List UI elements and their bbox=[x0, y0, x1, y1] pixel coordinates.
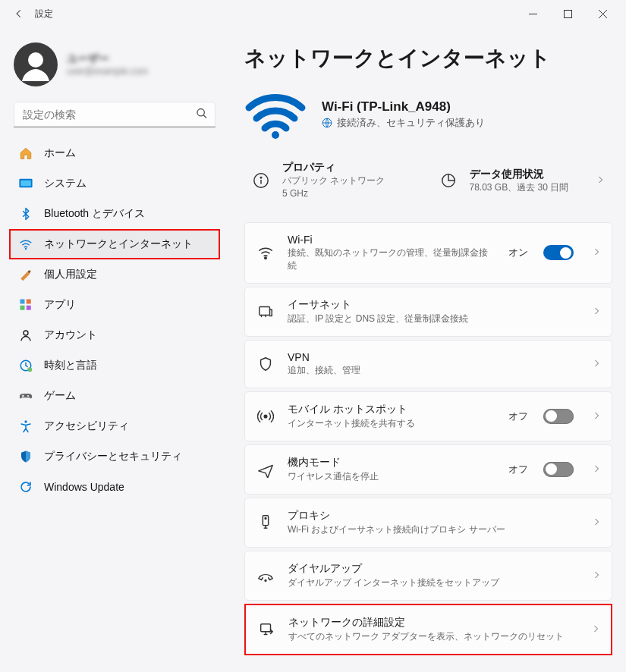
svg-rect-6 bbox=[20, 300, 25, 304]
sidebar-item-apps[interactable]: アプリ bbox=[9, 290, 220, 320]
sidebar-item-network[interactable]: ネットワークとインターネット bbox=[9, 229, 220, 259]
maximize-button[interactable] bbox=[550, 1, 585, 27]
tile-hotspot[interactable]: モバイル ホットスポット インターネット接続を共有する オフ bbox=[244, 391, 612, 441]
info-icon bbox=[249, 168, 273, 193]
tile-sub: 追加、接続、管理 bbox=[288, 364, 574, 377]
globe-icon bbox=[322, 118, 332, 128]
svg-point-18 bbox=[260, 177, 261, 178]
bluetooth-icon bbox=[18, 206, 33, 221]
quick-row: プロパティ パブリック ネットワーク5 GHz データ使用状況 78.03 GB… bbox=[244, 155, 612, 207]
svg-rect-9 bbox=[27, 306, 31, 310]
system-icon bbox=[18, 176, 33, 191]
quick-item-usage[interactable]: データ使用状況 78.03 GB、過去 30 日間 bbox=[432, 155, 613, 207]
sidebar: ユーザー user@example.com ホーム システム Bluetooth… bbox=[0, 27, 228, 672]
tile-sub: ダイヤルアップ インターネット接続をセットアップ bbox=[288, 576, 574, 589]
tile-sub: 認証、IP 設定と DNS 設定、従量制課金接続 bbox=[288, 312, 574, 325]
tile-title: ダイヤルアップ bbox=[288, 562, 574, 576]
chevron-right-icon bbox=[586, 517, 601, 529]
svg-point-1 bbox=[28, 52, 43, 68]
minimize-button[interactable] bbox=[515, 1, 550, 27]
hotspot-icon bbox=[256, 407, 275, 426]
chevron-right-icon bbox=[586, 570, 601, 582]
tile-wifi[interactable]: Wi-Fi 接続、既知のネットワークの管理、従量制課金接続 オン bbox=[244, 222, 612, 284]
sidebar-item-label: アカウント bbox=[44, 328, 97, 342]
chevron-right-icon bbox=[585, 623, 600, 636]
toggle-switch[interactable] bbox=[543, 245, 574, 260]
tile-dialup[interactable]: ダイヤルアップ ダイヤルアップ インターネット接続をセットアップ bbox=[244, 551, 612, 601]
quick-item-info[interactable]: プロパティ パブリック ネットワーク5 GHz bbox=[244, 155, 426, 207]
svg-point-15 bbox=[272, 131, 279, 139]
sidebar-item-label: アクセシビリティ bbox=[44, 419, 129, 433]
quick-sub: パブリック ネットワーク5 GHz bbox=[282, 174, 421, 201]
close-button[interactable] bbox=[585, 1, 620, 27]
profile-email: user@example.com bbox=[67, 66, 148, 77]
chevron-right-icon bbox=[586, 247, 601, 259]
chevron-right-icon bbox=[586, 463, 601, 476]
sidebar-nav: ホーム システム Bluetooth とデバイス ネットワークとインターネット … bbox=[6, 138, 223, 502]
sidebar-item-privacy[interactable]: プライバシーとセキュリティ bbox=[9, 441, 220, 472]
chevron-right-icon bbox=[586, 358, 601, 370]
svg-rect-8 bbox=[20, 306, 25, 310]
tile-sub: ワイヤレス通信を停止 bbox=[288, 470, 496, 483]
chevron-right-icon bbox=[586, 306, 601, 318]
toggle-switch[interactable] bbox=[543, 409, 574, 424]
ethernet-icon bbox=[256, 302, 275, 322]
tile-sub: Wi-Fi およびイーサネット接続向けプロキシ サーバー bbox=[288, 523, 574, 536]
status-row: Wi-Fi (TP-Link_A948) 接続済み、セキュリティ保護あり bbox=[244, 88, 612, 141]
sidebar-item-label: Bluetooth とデバイス bbox=[44, 207, 145, 221]
back-button[interactable] bbox=[6, 1, 32, 27]
tile-proxy[interactable]: プロキシ Wi-Fi およびイーサネット接続向けプロキシ サーバー bbox=[244, 498, 612, 548]
sidebar-item-time[interactable]: 時刻と言語 bbox=[9, 350, 220, 381]
tile-title: ネットワークの詳細設定 bbox=[288, 616, 573, 630]
update-icon bbox=[18, 479, 33, 495]
sidebar-item-system[interactable]: システム bbox=[9, 168, 220, 199]
page-title: ネットワークとインターネット bbox=[244, 44, 612, 73]
svg-rect-23 bbox=[263, 516, 268, 526]
vpn-icon bbox=[256, 354, 275, 374]
svg-rect-21 bbox=[260, 306, 270, 315]
sidebar-item-label: プライバシーとセキュリティ bbox=[44, 450, 182, 463]
toggle-label: オフ bbox=[508, 410, 528, 423]
sidebar-item-bluetooth[interactable]: Bluetooth とデバイス bbox=[9, 199, 220, 229]
sidebar-item-gaming[interactable]: ゲーム bbox=[9, 381, 220, 411]
privacy-icon bbox=[18, 449, 33, 464]
sidebar-item-personalize[interactable]: 個人用設定 bbox=[9, 259, 220, 290]
tile-ethernet[interactable]: イーサネット 認証、IP 設定と DNS 設定、従量制課金接続 bbox=[244, 287, 612, 337]
avatar bbox=[14, 42, 58, 86]
svg-rect-7 bbox=[27, 300, 31, 304]
tile-advanced[interactable]: ネットワークの詳細設定 すべてのネットワーク アダプターを表示、ネットワークのリ… bbox=[244, 604, 612, 655]
time-icon bbox=[18, 358, 33, 373]
profile-card[interactable]: ユーザー user@example.com bbox=[6, 36, 223, 99]
toggle-label: オン bbox=[508, 246, 528, 259]
tile-sub: インターネット接続を共有する bbox=[288, 417, 496, 430]
tile-title: プロキシ bbox=[288, 509, 574, 523]
svg-point-10 bbox=[24, 331, 28, 335]
toggle-switch[interactable] bbox=[543, 462, 574, 477]
sidebar-item-update[interactable]: Windows Update bbox=[9, 472, 220, 502]
airplane-icon bbox=[256, 460, 275, 479]
usage-icon bbox=[436, 168, 461, 193]
tile-title: モバイル ホットスポット bbox=[288, 403, 496, 416]
wifi-status-icon bbox=[244, 88, 307, 141]
search-icon bbox=[196, 108, 208, 122]
sidebar-item-home[interactable]: ホーム bbox=[9, 138, 220, 168]
network-icon bbox=[18, 237, 33, 252]
sidebar-item-account[interactable]: アカウント bbox=[9, 320, 220, 350]
tile-title: 機内モード bbox=[288, 456, 496, 469]
sidebar-item-label: ホーム bbox=[44, 146, 76, 160]
tile-sub: 接続、既知のネットワークの管理、従量制課金接続 bbox=[288, 247, 496, 272]
svg-point-24 bbox=[265, 517, 266, 519]
tile-vpn[interactable]: VPN 追加、接続、管理 bbox=[244, 340, 612, 388]
sidebar-item-label: ゲーム bbox=[44, 389, 76, 403]
search-input[interactable] bbox=[14, 102, 215, 127]
account-icon bbox=[18, 328, 33, 343]
sidebar-item-label: Windows Update bbox=[44, 481, 124, 493]
tile-title: VPN bbox=[288, 351, 574, 363]
sidebar-item-accessibility[interactable]: アクセシビリティ bbox=[9, 411, 220, 441]
tile-title: イーサネット bbox=[288, 298, 574, 312]
personalize-icon bbox=[18, 267, 33, 282]
wifi-icon bbox=[256, 243, 275, 262]
home-icon bbox=[18, 146, 33, 161]
tile-airplane[interactable]: 機内モード ワイヤレス通信を停止 オフ bbox=[244, 444, 612, 495]
quick-title: プロパティ bbox=[282, 161, 421, 174]
